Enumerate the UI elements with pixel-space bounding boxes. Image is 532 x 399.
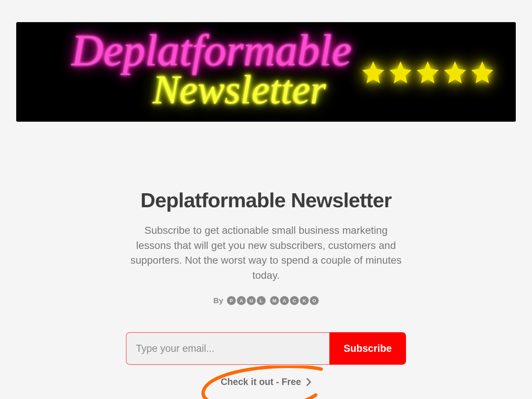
byline-prefix: By — [213, 296, 223, 305]
author-letter: P — [227, 296, 236, 305]
star-icon — [469, 59, 496, 86]
author-name[interactable]: P A U L M A C K O — [227, 296, 319, 305]
star-icon — [442, 59, 468, 86]
chevron-right-icon — [306, 378, 311, 386]
rating-stars — [360, 59, 496, 86]
check-it-out-link[interactable]: Check it out - Free — [221, 377, 311, 387]
author-letter: O — [310, 296, 319, 305]
hero-word-2: Newsletter — [153, 66, 326, 113]
star-icon — [414, 59, 441, 86]
page-title: Deplatformable Newsletter — [126, 188, 406, 212]
author-letter: U — [247, 296, 256, 305]
author-letter: C — [290, 296, 299, 305]
author-letter: A — [280, 296, 289, 305]
check-it-out-label: Check it out - Free — [221, 377, 301, 387]
byline: By P A U L M A C K O — [126, 296, 406, 305]
author-letter: K — [300, 296, 309, 305]
hero-banner: Deplatformable Newsletter — [16, 22, 516, 122]
author-letter: M — [270, 296, 279, 305]
signup-form: Subscribe — [126, 332, 406, 365]
star-icon — [360, 59, 386, 86]
page-subtitle: Subscribe to get actionable small busine… — [126, 223, 406, 283]
subscribe-button[interactable]: Subscribe — [329, 332, 406, 365]
email-field[interactable] — [126, 332, 329, 365]
author-letter: A — [237, 296, 246, 305]
author-letter: L — [257, 296, 266, 305]
star-icon — [387, 59, 414, 86]
